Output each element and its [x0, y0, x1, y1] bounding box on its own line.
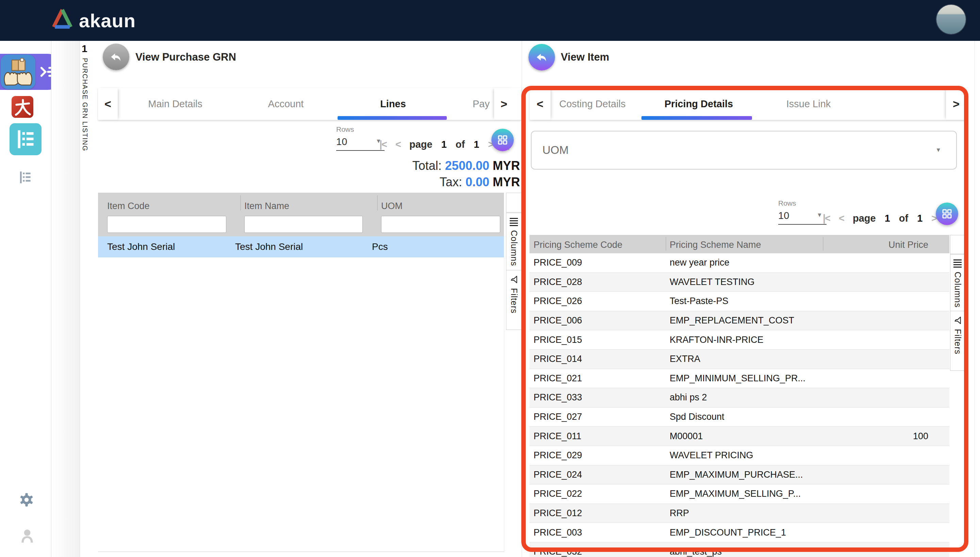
- columns-side-tab-left[interactable]: Columns: [506, 213, 522, 274]
- page-first-button[interactable]: |<: [380, 139, 386, 150]
- cell-scheme-code: PRICE_012: [529, 508, 670, 518]
- cell-scheme-code: PRICE_006: [529, 315, 670, 326]
- columns-icon: [954, 259, 962, 268]
- back-button-left[interactable]: [103, 44, 129, 70]
- pricing-scheme-row[interactable]: PRICE_026 Test-Paste-PS: [529, 292, 949, 311]
- cell-item-code: Test John Serial: [98, 241, 235, 252]
- rows-caret-right[interactable]: ▼: [817, 212, 823, 218]
- cell-item-name: Test John Serial: [235, 241, 372, 252]
- rows-underline-right: [778, 224, 826, 225]
- listing-app-icon-inactive[interactable]: [16, 168, 35, 187]
- context-count: 1: [82, 43, 95, 54]
- page-prev-button[interactable]: <: [396, 139, 401, 150]
- filters-side-tab-right[interactable]: Filters: [950, 311, 965, 371]
- pricing-scheme-row[interactable]: PRICE_027 Spd Discount: [529, 407, 949, 427]
- total-currency: MYR: [493, 159, 520, 173]
- filter-funnel-icon: [509, 275, 518, 284]
- left-rail-spacer: [506, 193, 522, 212]
- pricing-scheme-row[interactable]: PRICE_006 EMP_REPLACEMENT_COST: [529, 311, 949, 331]
- pricing-scheme-row[interactable]: PRICE_012 RRP: [529, 504, 949, 523]
- pricing-scheme-row[interactable]: PRICE_028 WAVELET TESTING: [529, 273, 949, 292]
- col-uom: UOM: [381, 201, 402, 212]
- tab-lines[interactable]: Lines: [362, 88, 423, 120]
- settings-gear-icon[interactable]: [18, 491, 36, 509]
- tax-value: 0.00: [466, 175, 489, 189]
- cell-scheme-name: EMP_REPLACEMENT_COST: [670, 315, 829, 326]
- cell-scheme-code: PRICE_026: [529, 296, 670, 306]
- cell-scheme-code: PRICE_009: [529, 257, 670, 268]
- uom-dropdown-label: UOM: [542, 144, 569, 156]
- tax-label: Tax:: [440, 175, 462, 189]
- top-navbar: akaun: [0, 0, 980, 41]
- col-item-code: Item Code: [107, 201, 150, 212]
- page-total: 1: [917, 213, 923, 224]
- rows-select-right[interactable]: 10: [778, 210, 789, 221]
- purchase-grn-app-icon[interactable]: [1, 54, 36, 89]
- grn-lines-table-header: Item Code Item Name UOM: [98, 193, 504, 236]
- back-button-right[interactable]: [529, 44, 555, 70]
- left-panel-title: View Purchase GRN: [135, 51, 236, 64]
- cell-scheme-name: WAVELET TESTING: [670, 277, 829, 287]
- page-current: 1: [441, 139, 447, 150]
- cell-scheme-code: PRICE_028: [529, 277, 670, 287]
- pricing-scheme-row[interactable]: PRICE_029 WAVELET PRICING: [529, 446, 949, 466]
- cell-scheme-code: PRICE_033: [529, 392, 670, 403]
- page-first-button[interactable]: |<: [823, 213, 830, 224]
- rows-label-left: Rows: [336, 125, 354, 134]
- tab-main-details[interactable]: Main Details: [136, 88, 214, 120]
- filter-item-code-input[interactable]: [107, 216, 226, 233]
- cell-scheme-name: EXTRA: [670, 354, 829, 364]
- col-pricing-scheme-code: Pricing Scheme Code: [534, 240, 622, 250]
- columns-side-tab-right[interactable]: Columns: [950, 254, 965, 315]
- cell-scheme-name: EMP_MAXIMUM_PURCHASE...: [670, 469, 829, 480]
- akaun-triangle-icon: [50, 8, 74, 33]
- columns-icon: [510, 218, 518, 226]
- pricing-scheme-row[interactable]: PRICE_021 EMP_MINIMUM_SELLING_PR...: [529, 369, 949, 388]
- uom-dropdown[interactable]: UOM ▼: [531, 131, 957, 169]
- filters-label: Filters: [509, 288, 519, 314]
- grid-icon: [941, 208, 953, 220]
- pricing-scheme-row[interactable]: PRICE_009 new year price: [529, 253, 949, 273]
- pricing-scheme-row[interactable]: PRICE_032 abhi_test_ps: [529, 542, 949, 557]
- page-current: 1: [885, 213, 890, 224]
- pricing-scheme-row[interactable]: PRICE_011 M00001 100: [529, 427, 949, 446]
- pricing-scheme-row[interactable]: PRICE_003 EMP_DISCOUNT_PRICE_1: [529, 523, 949, 542]
- cell-scheme-code: PRICE_027: [529, 412, 670, 422]
- tab-account[interactable]: Account: [252, 88, 320, 120]
- tabs-scroll-right[interactable]: >: [946, 88, 966, 120]
- cell-scheme-name: KRAFTON-INR-PRICE: [670, 335, 829, 345]
- active-tab-underline-left: [337, 116, 447, 120]
- layout-grid-button-left[interactable]: [492, 129, 514, 151]
- user-avatar[interactable]: [936, 5, 966, 34]
- pricing-scheme-row[interactable]: PRICE_033 abhi ps 2: [529, 388, 949, 407]
- dai-app-icon[interactable]: [11, 96, 33, 118]
- tabs-scroll-right[interactable]: >: [494, 88, 514, 120]
- pricing-scheme-row[interactable]: PRICE_022 EMP_MAXIMUM_SELLING_P...: [529, 484, 949, 504]
- tab-costing-details[interactable]: Costing Details: [553, 88, 631, 120]
- filter-item-name-input[interactable]: [244, 216, 363, 233]
- column-divider: [665, 237, 666, 251]
- tabs-scroll-left[interactable]: <: [529, 88, 550, 120]
- tab-pay[interactable]: Pay: [468, 88, 495, 120]
- filters-side-tab-left[interactable]: Filters: [506, 270, 522, 330]
- cell-scheme-name: EMP_DISCOUNT_PRICE_1: [670, 528, 829, 538]
- rows-select-left[interactable]: 10: [336, 136, 347, 147]
- tabs-scroll-left[interactable]: <: [98, 88, 118, 120]
- tab-issue-link[interactable]: Issue Link: [780, 88, 837, 120]
- pricing-scheme-row[interactable]: PRICE_014 EXTRA: [529, 350, 949, 369]
- pricing-table-body: PRICE_009 new year price PRICE_028 WAVEL…: [529, 253, 949, 557]
- total-label: Total:: [412, 159, 442, 173]
- rows-label-right: Rows: [778, 199, 796, 207]
- page-prev-button[interactable]: <: [839, 213, 844, 224]
- grn-line-row-selected[interactable]: Test John Serial Test John Serial Pcs: [98, 236, 504, 258]
- right-tabbar: Costing Details Pricing Details Issue Li…: [529, 88, 966, 120]
- layout-grid-button-right[interactable]: [936, 203, 958, 225]
- tab-pricing-details[interactable]: Pricing Details: [657, 88, 740, 120]
- listing-app-icon-active[interactable]: [10, 123, 42, 155]
- column-divider: [240, 195, 241, 210]
- pricing-scheme-row[interactable]: PRICE_024 EMP_MAXIMUM_PURCHASE...: [529, 466, 949, 485]
- profile-person-icon[interactable]: [18, 527, 36, 545]
- filter-uom-input[interactable]: [381, 216, 500, 233]
- uom-caret-icon: ▼: [935, 147, 941, 153]
- pricing-scheme-row[interactable]: PRICE_015 KRAFTON-INR-PRICE: [529, 330, 949, 350]
